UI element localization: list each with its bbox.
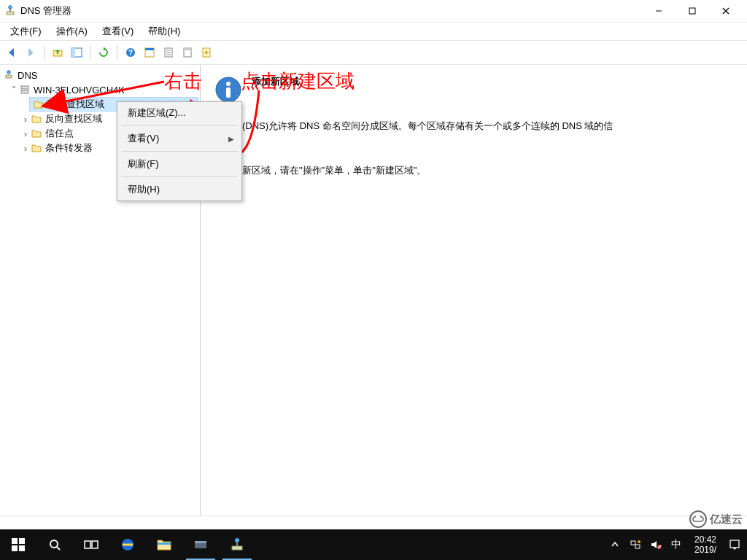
svg-point-47 [638, 540, 640, 543]
close-button[interactable] [709, 0, 743, 22]
folder-up-icon[interactable] [49, 44, 66, 61]
svg-rect-33 [19, 545, 25, 551]
task-ie[interactable] [109, 529, 146, 560]
svg-point-21 [7, 71, 10, 74]
taskbar: 中 20:42 2019/ [0, 529, 747, 560]
svg-rect-50 [730, 540, 739, 548]
content-heading: 添加新区域 [252, 75, 299, 88]
content-paragraph-1: 称系统(DNS)允许将 DNS 命名空间分成区域。每个区域存储有关一个或多个连续… [214, 119, 734, 134]
refresh-icon[interactable] [95, 44, 112, 61]
showhide-pane-icon[interactable] [68, 44, 85, 61]
expander-icon[interactable]: › [20, 128, 31, 139]
tree-forward-label: 正向查找区域 [47, 98, 104, 111]
context-menu: 新建区域(Z)... 查看(V) ▶ 刷新(F) 帮助(H) [117, 101, 242, 201]
content-pane: 添加新区域 称系统(DNS)允许将 DNS 命名空间分成区域。每个区域存储有关一… [201, 65, 747, 516]
search-button[interactable] [36, 529, 73, 560]
svg-rect-28 [226, 88, 231, 98]
watermark: 亿速云 [689, 510, 743, 528]
expander-icon[interactable]: ˅ [9, 85, 19, 96]
tray-ime-icon[interactable]: 中 [668, 529, 684, 560]
clock-date: 2019/ [694, 545, 716, 555]
tree-trust-label: 信任点 [45, 127, 74, 140]
ctx-separator [122, 125, 237, 126]
server-icon [19, 84, 31, 96]
nav-back-icon[interactable] [3, 44, 20, 61]
menu-file[interactable]: 文件(F) [3, 23, 49, 39]
taskbar-clock[interactable]: 20:42 2019/ [689, 534, 722, 556]
expander-icon[interactable]: › [20, 114, 31, 125]
folder-icon [31, 113, 42, 125]
tree-root-label: DNS [18, 70, 37, 81]
menu-action[interactable]: 操作(A) [49, 23, 95, 39]
svg-rect-30 [12, 538, 18, 544]
svg-line-35 [57, 547, 60, 550]
titlebar: DNS 管理器 [0, 0, 747, 23]
tree-server[interactable]: ˅ WIN-3FLOHVGCH4K [1, 82, 198, 97]
bottom-strip [0, 516, 747, 529]
svg-rect-36 [85, 541, 90, 548]
svg-text:?: ? [128, 49, 133, 57]
ctx-refresh[interactable]: 刷新(F) [117, 153, 241, 175]
svg-rect-4 [689, 8, 695, 14]
svg-rect-32 [12, 545, 18, 551]
svg-rect-41 [195, 541, 206, 543]
ctx-refresh-label: 刷新(F) [128, 158, 159, 171]
list-icon[interactable] [160, 44, 177, 61]
app-icon [4, 5, 16, 17]
tray-chevron-icon[interactable] [607, 529, 623, 560]
tree-root-dns[interactable]: DNS [1, 68, 198, 82]
svg-rect-45 [631, 541, 635, 545]
svg-rect-44 [232, 546, 242, 550]
menu-help[interactable]: 帮助(H) [141, 23, 187, 39]
task-explorer[interactable] [146, 529, 182, 560]
svg-point-27 [226, 82, 231, 86]
dns-root-icon [3, 69, 15, 81]
tree-cond-label: 条件转发器 [45, 141, 93, 155]
start-button[interactable] [0, 529, 36, 560]
tray-volume-icon[interactable] [648, 529, 664, 560]
svg-rect-23 [21, 86, 28, 89]
ctx-help-label: 帮助(H) [128, 183, 160, 196]
svg-point-0 [9, 6, 12, 9]
svg-point-34 [50, 540, 58, 548]
watermark-text: 亿速云 [710, 513, 743, 526]
split-area: DNS ˅ WIN-3FLOHVGCH4K 正向查找区域 › [0, 65, 747, 516]
svg-rect-39 [158, 542, 171, 545]
toolbar: ? [0, 40, 747, 65]
info-icon [214, 75, 243, 104]
svg-point-42 [235, 538, 239, 542]
menu-view[interactable]: 查看(V) [95, 23, 141, 39]
add-record-icon[interactable] [198, 44, 215, 61]
task-dns-manager[interactable] [219, 529, 255, 560]
tray-network-icon[interactable] [627, 529, 643, 560]
svg-rect-22 [6, 75, 12, 78]
ctx-new-zone[interactable]: 新建区域(Z)... [117, 102, 241, 124]
expander-icon[interactable]: › [20, 143, 31, 154]
svg-rect-37 [92, 541, 98, 548]
taskview-button[interactable] [73, 529, 109, 560]
svg-rect-1 [9, 9, 11, 12]
details-icon[interactable] [179, 44, 196, 61]
help-icon[interactable]: ? [122, 44, 139, 61]
ctx-view-label: 查看(V) [128, 132, 159, 145]
ctx-new-zone-label: 新建区域(Z)... [128, 106, 185, 120]
folder-icon [33, 98, 44, 110]
minimize-button[interactable] [642, 0, 676, 22]
svg-rect-43 [236, 542, 238, 546]
svg-rect-19 [184, 48, 191, 50]
tray-notifications-icon[interactable] [727, 529, 743, 560]
svg-rect-9 [71, 48, 75, 57]
cloud-icon [689, 510, 707, 528]
tree-reverse-label: 反向查找区域 [45, 112, 102, 125]
tree-server-label: WIN-3FLOHVGCH4K [34, 85, 125, 96]
task-server-manager[interactable] [182, 529, 219, 560]
nav-forward-icon[interactable] [22, 44, 39, 61]
ctx-view[interactable]: 查看(V) ▶ [117, 128, 241, 149]
clock-time: 20:42 [694, 534, 716, 545]
svg-rect-24 [21, 90, 28, 93]
svg-rect-31 [19, 538, 25, 544]
ctx-help[interactable]: 帮助(H) [117, 179, 241, 201]
maximize-button[interactable] [676, 0, 709, 22]
properties-icon[interactable] [141, 44, 158, 61]
svg-rect-46 [635, 545, 640, 548]
